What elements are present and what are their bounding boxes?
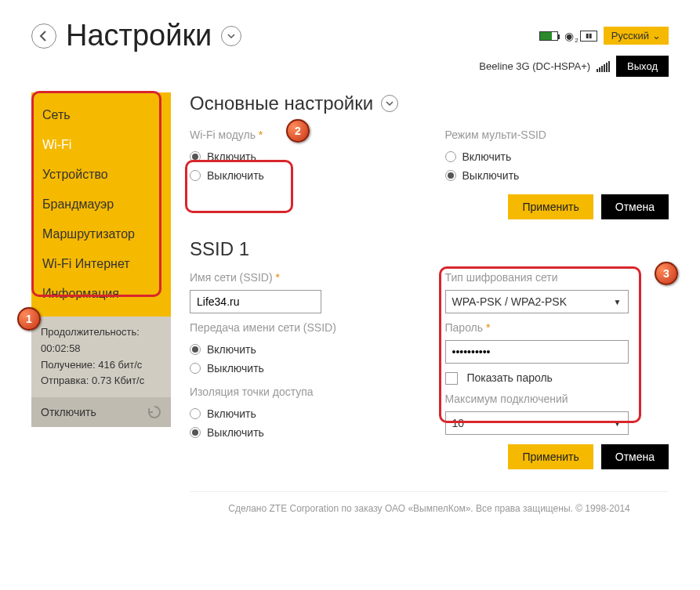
sidebar-item-info[interactable]: Информация bbox=[31, 279, 171, 309]
connection-stats: Продолжительность: 00:02:58 Получение: 4… bbox=[31, 317, 171, 397]
broadcast-off-radio[interactable]: Выключить bbox=[190, 359, 414, 378]
section-title: Основные настройки bbox=[190, 92, 373, 114]
callout-badge-2: 2 bbox=[286, 119, 310, 143]
radio-icon bbox=[445, 151, 456, 162]
password-label: Пароль * bbox=[445, 321, 669, 334]
duration-value: 00:02:58 bbox=[41, 341, 161, 357]
sidebar-item-router[interactable]: Маршрутизатор bbox=[31, 219, 171, 249]
arrow-left-icon bbox=[38, 30, 50, 42]
sidebar-nav: Сеть Wi-Fi Устройство Брандмауэр Маршрут… bbox=[31, 92, 171, 317]
isolation-off-radio[interactable]: Выключить bbox=[190, 423, 414, 442]
callout-badge-3: 3 bbox=[655, 262, 678, 285]
signal-icon bbox=[597, 61, 610, 72]
disconnect-button[interactable]: Отключить bbox=[31, 397, 171, 427]
rx-stat: Получение: 416 бит/с bbox=[41, 357, 161, 374]
radio-icon bbox=[190, 344, 201, 355]
isolation-label: Изоляция точки доступа bbox=[190, 385, 414, 398]
section-dropdown[interactable] bbox=[381, 95, 398, 112]
apply-button-ssid[interactable]: Применить bbox=[508, 444, 593, 469]
language-label: Русский bbox=[611, 30, 649, 42]
chevron-down-icon: ▼ bbox=[614, 419, 622, 428]
ssid-name-input[interactable] bbox=[190, 290, 321, 313]
radio-icon bbox=[190, 427, 201, 438]
password-input[interactable] bbox=[445, 340, 629, 364]
sidebar-item-firewall[interactable]: Брандмауэр bbox=[31, 190, 171, 219]
radio-icon bbox=[190, 363, 201, 374]
encryption-select[interactable]: WPA-PSK / WPA2-PSK▼ bbox=[445, 290, 629, 313]
max-conn-select[interactable]: 10▼ bbox=[445, 411, 629, 435]
wifi-icon: ◉2 bbox=[564, 30, 574, 42]
footer-text: Сделано ZTE Corporation по заказу ОАО «В… bbox=[190, 491, 669, 514]
broadcast-on-radio[interactable]: Включить bbox=[190, 340, 414, 359]
chevron-down-icon: ⌄ bbox=[652, 30, 661, 42]
language-selector[interactable]: Русский ⌄ bbox=[604, 27, 669, 45]
sidebar-item-network[interactable]: Сеть bbox=[31, 100, 171, 130]
sim-icon: ▮▮ bbox=[580, 31, 597, 42]
wifi-module-off-radio[interactable]: Выключить bbox=[190, 166, 414, 185]
back-button[interactable] bbox=[31, 24, 56, 49]
cancel-button-basic[interactable]: Отмена bbox=[601, 194, 669, 219]
duration-label: Продолжительность: bbox=[41, 324, 161, 341]
ssid-section-title: SSID 1 bbox=[190, 238, 669, 260]
radio-icon bbox=[445, 170, 456, 181]
chevron-down-icon bbox=[385, 99, 394, 108]
chevron-down-icon: ▼ bbox=[614, 298, 622, 306]
tx-stat: Отправка: 0.73 Кбит/с bbox=[41, 373, 161, 389]
show-password-checkbox[interactable] bbox=[445, 372, 458, 385]
radio-icon bbox=[190, 151, 201, 162]
disconnect-label: Отключить bbox=[41, 406, 96, 418]
apply-button-basic[interactable]: Применить bbox=[508, 194, 593, 219]
callout-badge-1: 1 bbox=[17, 307, 41, 331]
radio-icon bbox=[190, 170, 201, 181]
connection-status: Beeline 3G (DC-HSPA+) bbox=[479, 60, 590, 72]
show-password-label: Показать пароль bbox=[466, 371, 553, 384]
battery-icon bbox=[539, 31, 558, 41]
multi-ssid-off-radio[interactable]: Выключить bbox=[445, 166, 669, 185]
exit-button[interactable]: Выход bbox=[616, 56, 669, 77]
page-title: Настройки bbox=[66, 19, 212, 52]
refresh-icon bbox=[147, 405, 161, 419]
chevron-down-icon bbox=[227, 31, 236, 41]
cancel-button-ssid[interactable]: Отмена bbox=[601, 444, 669, 469]
multi-ssid-label: Режим мульти-SSID bbox=[445, 128, 669, 141]
encryption-label: Тип шифрования сети bbox=[445, 271, 669, 284]
radio-icon bbox=[190, 408, 201, 419]
max-conn-label: Максимум подключений bbox=[445, 393, 669, 405]
title-dropdown[interactable] bbox=[221, 26, 241, 46]
wifi-module-on-radio[interactable]: Включить bbox=[190, 147, 414, 166]
sidebar-item-wifi-internet[interactable]: Wi-Fi Интернет bbox=[31, 249, 171, 279]
sidebar-item-wifi[interactable]: Wi-Fi bbox=[31, 130, 171, 160]
ssid-name-label: Имя сети (SSID) * bbox=[190, 271, 414, 284]
sidebar-item-device[interactable]: Устройство bbox=[31, 160, 171, 190]
isolation-on-radio[interactable]: Включить bbox=[190, 404, 414, 423]
multi-ssid-on-radio[interactable]: Включить bbox=[445, 147, 669, 166]
broadcast-label: Передача имени сети (SSID) bbox=[190, 321, 414, 334]
